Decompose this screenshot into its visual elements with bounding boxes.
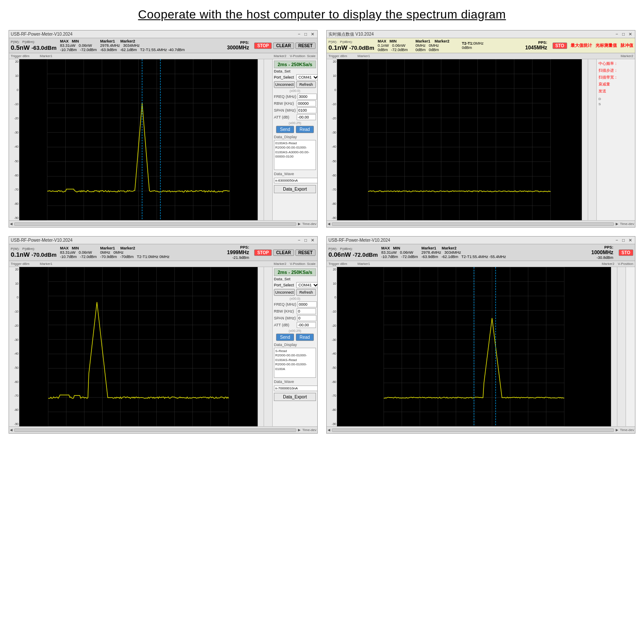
window-title: USB-RF-Power-Meter-V10.2024 [328,238,390,243]
freq-input[interactable] [298,301,317,307]
reset-button[interactable]: RESET [295,249,316,256]
y-tick: 0 [327,88,336,91]
send-button[interactable]: Send [276,126,294,133]
reset-button[interactable]: RESET [295,43,316,49]
close-icon[interactable]: ✕ [627,32,633,36]
port-label: Port_Select [274,283,295,287]
sub-header-row: Trigger dBm Marker1 Marker2 [327,53,635,59]
left-arrow[interactable]: ◀ [10,428,12,432]
y-tick: -50 [327,160,336,163]
rbw-input[interactable] [297,308,316,314]
x-scrollbar[interactable] [332,428,614,432]
stop-button[interactable]: STOP [254,249,272,256]
marker1-sublabel: Marker1 [40,54,52,58]
read-button[interactable]: Read [296,334,314,341]
v-position-area[interactable] [611,267,617,426]
att-input[interactable] [297,114,316,120]
clear-button[interactable]: CLEAR [273,249,294,256]
x-axis-bar: ◀ ▶ Time-dev [327,426,635,433]
refresh-button[interactable]: Refresh [296,289,316,296]
scale-area [588,59,596,220]
x-scrollbar[interactable] [332,222,614,226]
marker2-sublabel: Marker2 [274,262,286,266]
v-position-area[interactable] [258,59,264,220]
att-row: ATT (dB) [274,114,316,120]
unconnect-button[interactable]: Unconnect [274,81,295,88]
port-select[interactable]: COM41 [296,74,317,80]
stop-button[interactable]: STO [553,43,567,49]
send-button[interactable]: Send [276,334,294,341]
refresh-button[interactable]: Refresh [296,81,316,88]
wave-input[interactable] [274,178,317,183]
left-arrow[interactable]: ◀ [328,428,330,432]
y-tick: -10 [9,310,18,313]
y-tick: -90 [327,422,336,425]
window-title: 实时频点数值 V10.2024 [328,31,374,37]
span-input[interactable] [297,315,316,321]
att-input[interactable] [297,322,316,328]
y-tick: -20 [9,324,18,327]
y-tick: -20 [327,117,336,120]
x-axis-bar: ◀ ▶ Time-dev [9,426,317,433]
rbw-input[interactable] [297,100,316,106]
data-wave-row [274,386,316,391]
right-arrow[interactable]: ▶ [616,222,618,226]
time-dev-label: Time-dev [620,428,634,432]
maximize-icon[interactable]: □ [621,32,626,36]
right-arrow[interactable]: ▶ [298,222,301,226]
y-tick: -50 [327,366,336,369]
x-scrollbar[interactable] [14,222,296,226]
y-tick: 10 [9,74,18,77]
read-button[interactable]: Read [296,126,314,133]
minimize-icon[interactable]: − [297,32,302,36]
maximize-icon[interactable]: □ [303,238,308,243]
x-scrollbar[interactable] [14,428,296,432]
v-position-label: V-Position [290,54,305,58]
clear-button[interactable]: CLEAR [273,43,294,49]
unconnect-button[interactable]: Unconnect [274,289,295,296]
y-tick: -30 [9,131,18,134]
trigger-sublabel: Trigger dBm [328,54,347,58]
marker2-sublabel: Marker2 [602,262,614,266]
sub-header-row: Trigger dBm Marker1 Marker2 V-Position S… [9,261,317,267]
spectrum-window-w4: USB-RF-Power-Meter-V10.2024 − □ ✕ P(W): … [326,236,635,434]
port-select-row: Port_Select COM41 [274,74,316,80]
export-button[interactable]: Data_Export [274,185,316,193]
stop-button[interactable]: STOP [254,43,272,49]
time-dev-label: Time-dev [302,428,316,432]
dataset-label: Data_Set [274,277,316,281]
maximize-icon[interactable]: □ [303,32,308,36]
stop-button[interactable]: STO [619,249,633,256]
send-read-row: Send Read [274,334,316,341]
header-row: P(W): P(dBm): 0.06nW -72.0dBm MAX MIN 83… [327,244,635,261]
export-button[interactable]: Data_Export [274,393,316,401]
spectrum-window-w3: USB-RF-Power-Meter-V10.2024 − □ ✕ P(W): … [9,236,318,434]
unconnect-refresh-row: Unconnect Refresh [274,289,316,296]
freq-label: FREQ (MHz) [274,302,296,307]
y-tick: -30 [9,338,18,341]
close-icon[interactable]: ✕ [310,32,316,36]
minimize-icon[interactable]: − [614,238,620,243]
right-arrow[interactable]: ▶ [616,428,618,432]
left-arrow[interactable]: ◀ [328,222,330,226]
spectrum-svg [337,59,582,220]
right-arrow[interactable]: ▶ [298,428,301,432]
y-tick: -80 [327,408,336,411]
v-position-area[interactable] [258,267,264,426]
freq-input[interactable] [298,94,317,100]
maximize-icon[interactable]: □ [621,238,626,243]
minimize-icon[interactable]: − [297,238,302,243]
wave-input[interactable] [274,386,317,391]
port-select[interactable]: COM41 [296,282,317,288]
v-position-area[interactable] [582,59,588,220]
minimize-icon[interactable]: − [614,32,620,36]
span-input[interactable] [297,107,316,113]
left-arrow[interactable]: ◀ [10,222,12,226]
data-display-box: S-Read R2000-00.00-01000-0100AS-Read R20… [274,348,316,378]
title-bar: USB-RF-Power-Meter-V10.2024 − □ ✕ [9,237,317,244]
rbw-label: RBW (KHz) [274,101,295,106]
x-axis-bar: ◀ ▶ Time-dev [9,220,317,227]
close-icon[interactable]: ✕ [627,238,633,243]
close-icon[interactable]: ✕ [310,238,316,243]
d-label: D [598,97,633,101]
